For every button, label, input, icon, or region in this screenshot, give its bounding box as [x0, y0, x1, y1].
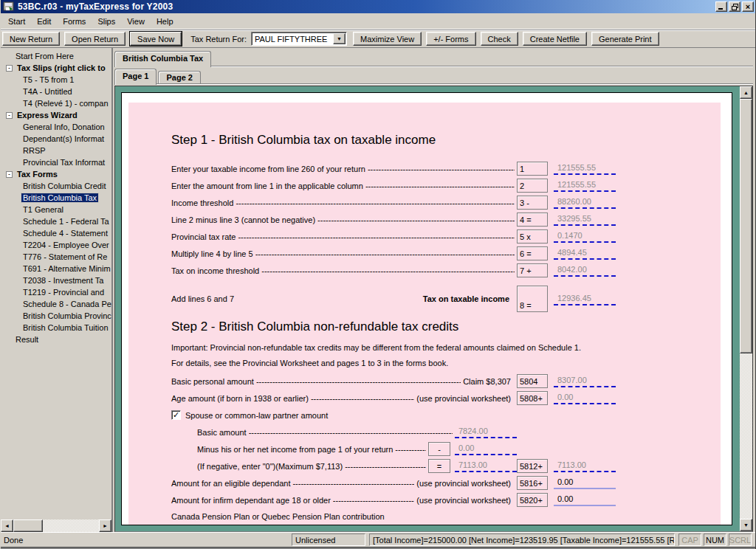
save-now-button[interactable]: Save Now: [130, 32, 182, 46]
line-label: Enter the amount from line 1 in the appl…: [171, 182, 363, 190]
sidebar-item-t2038-investment-ta[interactable]: T2038 - Investment Ta: [1, 274, 111, 286]
amount-field: 0.00: [554, 392, 616, 404]
form-line-5-x: Provincial tax rate---------------------…: [171, 228, 616, 245]
form-line-basic-amount: Basic amount----------------------------…: [197, 424, 616, 441]
sidebar-item-t4a-untitled[interactable]: T4A - Untitled: [1, 86, 111, 97]
dash-leader: ----------------------------------------…: [256, 377, 461, 386]
scroll-right-button[interactable]: ►: [99, 519, 111, 532]
scrollbar-track[interactable]: [740, 353, 752, 519]
sidebar-item-british-columbia-tuition[interactable]: British Columbia Tuition: [1, 322, 111, 334]
line-label: Amount for infirm dependant age 18 or ol…: [171, 496, 331, 505]
sidebar-item-t4-relev-1-compan[interactable]: T4 (Relevé 1) - compan: [1, 97, 111, 109]
sidebar-horizontal-scrollbar[interactable]: ◄ ►: [1, 519, 111, 532]
menu-start[interactable]: Start: [2, 15, 31, 28]
form-vertical-scrollbar[interactable]: ▲ ▼: [740, 86, 752, 531]
amount-field: 121555.55: [554, 179, 616, 192]
sidebar-item-start-from-here[interactable]: Start From Here: [1, 50, 111, 62]
amount-field: 121555.55: [554, 162, 616, 175]
sidebar-item-schedule-4-statement[interactable]: Schedule 4 - Statement: [1, 227, 111, 239]
bc-tax-form: Step 1 - British Columbia tax on taxable…: [128, 103, 721, 525]
sidebar-item-british-columbia-credit[interactable]: British Columbia Credit: [1, 180, 111, 192]
app-icon: [3, 1, 15, 12]
sidebar-item-rrsp[interactable]: RRSP: [1, 145, 111, 156]
scroll-up-button[interactable]: ▲: [740, 86, 752, 99]
sidebar-item-t1-general[interactable]: T1 General: [1, 204, 111, 215]
collapse-icon[interactable]: -: [6, 112, 13, 119]
generate-print-button[interactable]: Generate Print: [591, 32, 659, 46]
menu-view[interactable]: View: [121, 15, 151, 28]
scroll-down-button[interactable]: ▼: [740, 519, 752, 531]
sidebar-item-british-columbia-tax[interactable]: British Columbia Tax: [1, 192, 111, 204]
scrollbar-track[interactable]: [43, 519, 99, 532]
form-line-5824: Amount from line 308 of your federal Sch…: [171, 524, 616, 525]
sidebar-item-tax-forms[interactable]: -Tax Forms: [1, 168, 111, 180]
sidebar-item-schedule-1-federal-ta[interactable]: Schedule 1 - Federal Ta: [1, 215, 111, 227]
line-suffix: (use provincial worksheet): [416, 496, 511, 505]
menu-slips[interactable]: Slips: [92, 15, 121, 28]
scrollbar-thumb[interactable]: [740, 99, 752, 353]
forms-button[interactable]: +/- Forms: [426, 32, 475, 46]
tab-page-2[interactable]: Page 2: [158, 71, 200, 84]
sidebar-item-label: Schedule 4 - Statement: [21, 229, 109, 238]
sidebar-item-t691-alternative-minim[interactable]: T691 - Alternative Minim: [1, 263, 111, 274]
collapse-icon[interactable]: -: [6, 65, 13, 72]
form-line-3: Income threshold------------------------…: [171, 194, 616, 211]
sidebar-item-t776-statement-of-re[interactable]: T776 - Statement of Re: [1, 251, 111, 263]
sidebar-item-t1219-provincial-and[interactable]: T1219 - Provincial and: [1, 286, 111, 298]
form-note: Canada Pension Plan or Quebec Pension Pl…: [171, 508, 721, 524]
open-return-button[interactable]: Open Return: [64, 32, 126, 46]
sidebar-item-general-info-donation[interactable]: General Info, Donation: [1, 121, 111, 133]
taxpayer-combobox[interactable]: PAUL FIFTYTHREE ▼: [251, 32, 347, 46]
sidebar-item-schedule-8-canada-pe[interactable]: Schedule 8 - Canada Pe: [1, 298, 111, 310]
sub-amount-field: 7113.00: [455, 460, 517, 472]
menu-help[interactable]: Help: [151, 15, 179, 28]
sidebar-item-t5-t5-from-1[interactable]: T5 - T5 from 1: [1, 74, 111, 86]
scrollbar-thumb[interactable]: [13, 519, 43, 532]
collapse-icon[interactable]: -: [6, 171, 13, 178]
title-bar: 53BC.r03 - myTaxExpress for Y2003 ×: [1, 0, 755, 13]
line-suffix: Tax on taxable income: [423, 294, 509, 303]
app-window: 53BC.r03 - myTaxExpress for Y2003 × Star…: [0, 0, 756, 549]
checkbox-checked-icon[interactable]: ✓: [171, 410, 181, 420]
sidebar-item-express-wizard[interactable]: -Express Wizard: [1, 109, 111, 121]
form-viewport: Step 1 - British Columbia tax on taxable…: [114, 86, 753, 532]
sidebar-item-dependant-s-informat[interactable]: Dependant(s) Informat: [1, 133, 111, 145]
scroll-left-button[interactable]: ◄: [1, 519, 13, 532]
menu-forms[interactable]: Forms: [57, 15, 92, 28]
income-summary: [Total Income]=215000.00 [Net Income]=12…: [369, 534, 675, 546]
sidebar-item-label: British Columbia Tuition: [21, 323, 110, 332]
tab-british-columbia-tax[interactable]: British Columbia Tax: [114, 51, 211, 67]
line-number-box: 3 -: [517, 196, 548, 210]
sidebar-item-provincial-tax-informat[interactable]: Provincial Tax Informat: [1, 156, 111, 168]
sidebar-item-label: Result: [14, 335, 40, 344]
new-return-button[interactable]: New Return: [2, 32, 60, 46]
sidebar-item-t2204-employee-over[interactable]: T2204 - Employee Over: [1, 239, 111, 251]
sidebar-item-tax-slips-right-click-to[interactable]: -Tax Slips (right click to: [1, 62, 111, 74]
line-number-box: 7 +: [517, 263, 548, 277]
sidebar-item-british-columbia-provinc[interactable]: British Columbia Provinc: [1, 310, 111, 322]
line-number-box: 5812+: [517, 459, 548, 473]
sidebar-item-label: T776 - Statement of Re: [21, 252, 109, 261]
line-label: Amount for an eligible dependant: [171, 479, 290, 488]
sidebar-item-label: Dependant(s) Informat: [21, 134, 106, 143]
amount-field[interactable]: 0.00: [554, 494, 616, 506]
minimize-button[interactable]: [715, 1, 727, 12]
dash-leader: ----------------------------------------…: [255, 249, 515, 258]
sidebar-item-result[interactable]: Result: [1, 334, 111, 345]
create-netfile-button[interactable]: Create Netfile: [523, 32, 587, 46]
sidebar-item-label: T1 General: [21, 205, 65, 214]
maximize-view-button[interactable]: Maximize View: [353, 32, 422, 46]
step-heading: Step 2 - British Columbia non-refundable…: [171, 314, 721, 339]
taxpayer-combobox-dropdown-button[interactable]: ▼: [333, 33, 346, 44]
check-button[interactable]: Check: [481, 32, 518, 46]
spouse-amount-row: ✓Spouse or common-law partner amount: [171, 407, 616, 424]
restore-button[interactable]: [729, 1, 740, 12]
tab-page-1[interactable]: Page 1: [114, 69, 157, 85]
amount-field[interactable]: 0.00: [554, 477, 616, 489]
checkbox-label: Spouse or common-law partner amount: [185, 411, 328, 420]
menu-edit[interactable]: Edit: [31, 15, 57, 28]
dash-leader: ----------------------------------------…: [395, 445, 426, 454]
close-button[interactable]: ×: [742, 1, 754, 12]
dash-leader: ----------------------------------------…: [249, 428, 453, 437]
line-number-box: 5808+: [517, 391, 548, 405]
